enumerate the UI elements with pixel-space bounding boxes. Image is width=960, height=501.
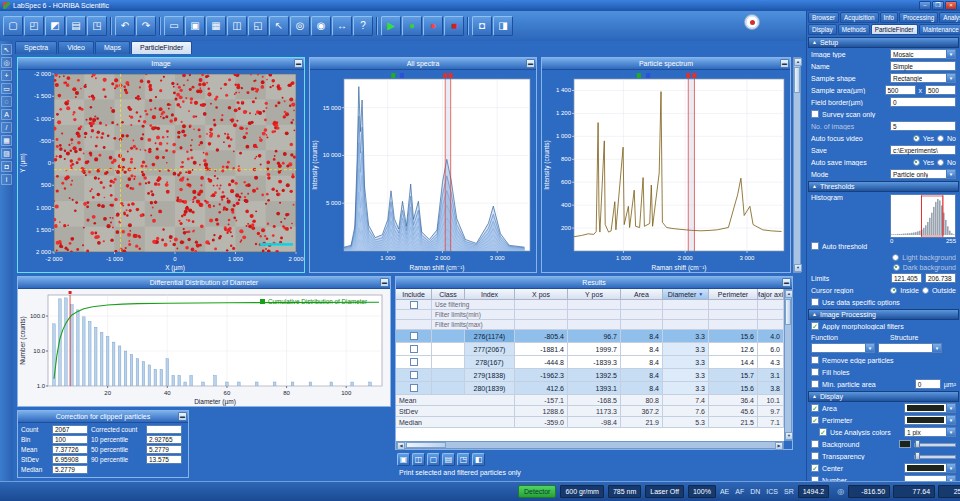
function-structure-1-select[interactable]: ▼ xyxy=(811,343,875,353)
include-checkbox[interactable] xyxy=(410,371,418,379)
threshold-histogram[interactable] xyxy=(890,194,956,238)
section-header-thresholds[interactable]: ▲Thresholds xyxy=(808,181,959,192)
grid-icon[interactable]: ▦ xyxy=(1,135,12,146)
filter-cell[interactable] xyxy=(568,320,621,330)
results-collapse-icon[interactable]: ▬ xyxy=(782,278,791,287)
results-header-row[interactable]: IncludeClassIndexX posY posAreaDiameter▼… xyxy=(396,289,784,300)
include-checkbox[interactable] xyxy=(410,358,418,366)
palette-icon[interactable]: ▨ xyxy=(1,148,12,159)
mode-select[interactable]: Particle only▼ xyxy=(890,169,956,179)
dropdown-arrow-icon[interactable]: ▼ xyxy=(946,74,955,82)
crosshair-icon[interactable]: ◌ xyxy=(1,96,12,107)
no-of-images-input[interactable]: 5 xyxy=(890,121,956,131)
column-header-area[interactable]: Area xyxy=(621,289,663,300)
fill-holes-checkbox[interactable] xyxy=(811,368,819,376)
video-icon[interactable]: ◨ xyxy=(493,16,513,36)
measure-icon[interactable]: ↔ xyxy=(332,16,352,36)
filter-cell[interactable] xyxy=(663,300,709,310)
stdev-input[interactable]: 6.95908 xyxy=(52,455,88,464)
limits-2-input[interactable]: 206.738 xyxy=(925,273,956,283)
filter-cell[interactable] xyxy=(621,300,663,310)
column-header-major-axis[interactable]: Major axis xyxy=(758,289,784,300)
side-tab-processing[interactable]: Processing xyxy=(899,12,938,23)
dropdown-arrow-icon[interactable]: ▼ xyxy=(946,404,955,412)
info-icon[interactable]: i xyxy=(1,174,12,185)
clipped-particles-collapse-icon[interactable]: ▬ xyxy=(178,412,187,421)
display-perimeter-select[interactable]: ▼ xyxy=(904,415,956,425)
side-tab-acquisition[interactable]: Acquisition xyxy=(840,12,878,23)
flag-af[interactable]: AF xyxy=(735,488,744,495)
results-horizontal-scrollbar[interactable]: ◀▶ xyxy=(396,441,784,449)
results-titlebar[interactable]: Results ▬ xyxy=(396,277,792,289)
50-percentile-input[interactable]: 5.2779 xyxy=(146,445,182,454)
diameter-distribution-collapse-icon[interactable]: ▬ xyxy=(380,278,389,287)
grating-status[interactable]: 600 gr/mm xyxy=(560,485,603,498)
column-header-include[interactable]: Include xyxy=(396,289,432,300)
mean-input[interactable]: 7.37726 xyxy=(52,445,88,454)
filter-cell[interactable] xyxy=(758,320,784,330)
main-scrollbar[interactable]: ▲▼ xyxy=(793,57,801,273)
dropdown-arrow-icon[interactable]: ▼ xyxy=(946,170,955,178)
export-results-icon[interactable]: ◳ xyxy=(457,453,470,466)
save-icon[interactable]: ◩ xyxy=(45,16,65,36)
section-header-setup[interactable]: ▲Setup xyxy=(808,37,959,48)
detect-particles-icon[interactable]: ◉ xyxy=(311,16,331,36)
light-background-radio[interactable] xyxy=(892,254,899,261)
export-icon[interactable]: ◳ xyxy=(87,16,107,36)
particle-spectrum-plot[interactable]: 1 0002 0003 0002004006008001 0001 2001 4… xyxy=(542,70,790,272)
scroll-down-icon[interactable]: ▼ xyxy=(794,264,802,272)
column-header-perimeter[interactable]: Perimeter xyxy=(709,289,758,300)
all-spectra-panel-titlebar[interactable]: All spectra ▬ xyxy=(310,58,536,70)
display-perimeter-checkbox[interactable]: ✓ xyxy=(811,416,819,424)
filter-cell[interactable] xyxy=(758,310,784,320)
display-background-checkbox[interactable] xyxy=(811,440,819,448)
side-tab-particlefinder[interactable]: ParticleFinder xyxy=(871,24,918,35)
column-header-class[interactable]: Class xyxy=(432,289,465,300)
clipped-particles-titlebar[interactable]: Correction for clipped particles ▬ xyxy=(18,411,188,423)
function-structure-2-select[interactable]: ▼ xyxy=(878,343,942,353)
filter-cell[interactable] xyxy=(621,320,663,330)
sample-area-1-input[interactable]: 500 xyxy=(885,85,916,95)
table-row-276[interactable]: 276(1174)-805.496.78.43.315.64.0 xyxy=(396,330,784,343)
select-all-icon[interactable]: ▣ xyxy=(397,453,410,466)
display-transparency-slider[interactable] xyxy=(914,452,956,460)
column-header-y-pos[interactable]: Y pos xyxy=(568,289,621,300)
results-vertical-scrollbar[interactable]: ▲▼ xyxy=(784,289,792,441)
help-icon[interactable]: ? xyxy=(353,16,373,36)
include-checkbox[interactable] xyxy=(410,384,418,392)
table-row-278[interactable]: 278(167)-444.8-1839.38.43.314.44.3 xyxy=(396,356,784,369)
view-image-icon[interactable]: ▣ xyxy=(185,16,205,36)
filter-row-filter-limits-max[interactable]: Filter limits(max) xyxy=(396,320,784,330)
dropdown-arrow-icon[interactable]: ▼ xyxy=(932,344,941,352)
minimize-button[interactable]: – xyxy=(919,1,931,10)
dropdown-arrow-icon[interactable]: ▼ xyxy=(946,416,955,424)
column-header-diameter[interactable]: Diameter▼ xyxy=(663,289,709,300)
cursor-icon[interactable]: ↖ xyxy=(269,16,289,36)
flag-ics[interactable]: ICS xyxy=(766,488,778,495)
close-button[interactable]: × xyxy=(945,1,957,10)
stats-row-mean[interactable]: Mean-157.1-168.580.87.436.410.1 xyxy=(396,395,784,406)
apply-morphological-filters-checkbox[interactable]: ✓ xyxy=(811,322,819,330)
corrected-count-input[interactable] xyxy=(146,425,182,434)
display-background-color-swatch[interactable] xyxy=(899,440,911,448)
count-input[interactable]: 2067 xyxy=(52,425,88,434)
scroll-thumb[interactable] xyxy=(785,299,791,325)
filter-cell[interactable] xyxy=(663,310,709,320)
limits-1-input[interactable]: 121.405 xyxy=(891,273,922,283)
auto-save-images-yes-radio[interactable] xyxy=(913,159,920,166)
all-spectra-plot[interactable]: 1 0002 0003 0005 00010 00015 000Raman sh… xyxy=(310,70,536,272)
display-area-checkbox[interactable]: ✓ xyxy=(811,404,819,412)
filter-cell[interactable] xyxy=(568,310,621,320)
dropdown-arrow-icon[interactable]: ▼ xyxy=(946,50,955,58)
filter-cell[interactable] xyxy=(515,310,568,320)
stats-row-stdev[interactable]: StDev1288.61173.3367.27.645.69.7 xyxy=(396,406,784,417)
view-map-icon[interactable]: ◱ xyxy=(248,16,268,36)
diameter-distribution-titlebar[interactable]: Differential Distribution of Diameter ▬ xyxy=(18,277,390,289)
scroll-up-icon[interactable]: ▲ xyxy=(785,290,793,298)
image-plot[interactable]: -2 000-1 00001 0002 000-2 000-1 500-1 00… xyxy=(18,70,304,272)
table-row-280[interactable]: 280(1839)412.61393.18.43.315.63.8 xyxy=(396,382,784,395)
text-annotation-icon[interactable]: A xyxy=(1,109,12,120)
filter-cell[interactable] xyxy=(709,300,758,310)
save-path-input[interactable]: c:\Experiments\ xyxy=(890,145,956,155)
view-table-icon[interactable]: ▦ xyxy=(206,16,226,36)
